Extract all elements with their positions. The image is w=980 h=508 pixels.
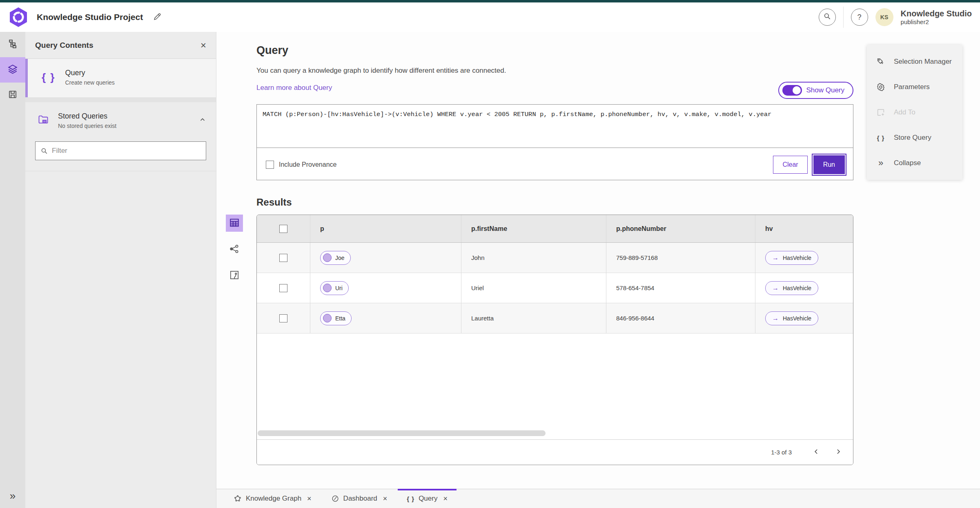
row-select-checkbox[interactable]	[279, 254, 287, 262]
entity-pill[interactable]: Uri	[320, 281, 349, 295]
entity-label: Etta	[335, 315, 345, 322]
filter-input[interactable]	[52, 147, 201, 155]
menu-item-store-query[interactable]: { } Store Query	[867, 125, 962, 150]
table-pagination: 1-3 of 3	[257, 439, 853, 465]
menu-item-label: Collapse	[894, 159, 921, 167]
menu-item-collapse[interactable]: » Collapse	[867, 150, 962, 176]
close-icon: ×	[307, 495, 312, 503]
column-header-hv[interactable]: hv	[755, 215, 853, 242]
braces-icon: { }	[42, 71, 55, 84]
stored-queries-header[interactable]: Stored Queries No stored queries exist	[25, 102, 216, 133]
menu-item-label: Parameters	[894, 83, 930, 91]
query-item-title: Query	[65, 69, 114, 77]
include-provenance-checkbox[interactable]	[266, 161, 274, 169]
menu-item-selection-manager[interactable]: Selection Manager	[867, 49, 962, 74]
braces-icon: { }	[876, 134, 886, 141]
graph-icon	[229, 244, 240, 255]
relationship-pill[interactable]: → HasVehicle	[765, 281, 818, 295]
double-chevron-right-icon: »	[876, 159, 886, 168]
avatar[interactable]: KS	[875, 8, 893, 26]
query-description: You can query a knowledge graph to ident…	[256, 67, 853, 75]
query-editor[interactable]: MATCH (p:Person)-[hv:HasVehicle]->(v:Veh…	[257, 105, 853, 148]
chevron-up-icon[interactable]	[199, 116, 206, 125]
help-icon: ?	[858, 13, 862, 22]
select-all-checkbox[interactable]	[279, 225, 287, 233]
rail-item-hierarchy[interactable]	[0, 32, 25, 57]
app-window: Knowledge Studio Project ? KS Knowledge …	[0, 0, 980, 508]
main-area: Query You can query a knowledge graph to…	[216, 32, 980, 508]
learn-more-link[interactable]: Learn more about Query	[256, 84, 332, 92]
entity-node-icon	[323, 314, 332, 322]
menu-item-label: Store Query	[894, 134, 931, 142]
tab-close-button[interactable]: ×	[307, 495, 312, 502]
entity-pill[interactable]: Joe	[320, 251, 351, 265]
query-contents-item-query[interactable]: { } Query Create new queries	[25, 59, 216, 97]
search-button[interactable]	[819, 9, 836, 26]
clear-button[interactable]: Clear	[773, 156, 807, 174]
tab-label: Query	[419, 495, 437, 503]
cell-first-name: Uriel	[471, 284, 484, 291]
column-header-phonenumber[interactable]: p.phoneNumber	[606, 215, 755, 242]
search-icon	[823, 12, 831, 22]
relationship-label: HasVehicle	[783, 315, 811, 322]
arrow-right-icon: →	[772, 284, 779, 292]
column-header-firstname[interactable]: p.firstName	[461, 215, 606, 242]
hierarchy-icon	[8, 39, 18, 50]
layers-icon	[7, 64, 18, 76]
view-table-button[interactable]	[226, 215, 243, 232]
chevron-right-icon	[834, 448, 842, 457]
close-icon: ×	[383, 495, 388, 503]
edit-title-button[interactable]	[153, 12, 162, 22]
column-header-p[interactable]: p	[310, 215, 461, 242]
entity-pill[interactable]: Etta	[320, 311, 352, 325]
stored-queries-icon	[38, 114, 49, 127]
show-query-label: Show Query	[806, 86, 844, 94]
relationship-pill[interactable]: → HasVehicle	[765, 311, 818, 325]
results-view-switcher	[226, 215, 243, 284]
cell-phone-number: 846-956-8644	[616, 315, 654, 322]
close-icon: ×	[200, 40, 206, 51]
query-page-title: Query	[256, 44, 853, 57]
view-map-button[interactable]	[226, 267, 243, 284]
cell-first-name: Lauretta	[471, 315, 494, 322]
panel-title: Query Contents	[35, 41, 94, 50]
relationship-pill[interactable]: → HasVehicle	[765, 251, 818, 265]
rail-expand-button[interactable]: »	[0, 490, 25, 502]
user-info: Knowledge Studio publisher2	[901, 9, 974, 25]
map-icon	[229, 270, 240, 282]
filter-field	[35, 141, 206, 160]
row-select-checkbox[interactable]	[279, 284, 287, 292]
pagination-prev-button[interactable]	[812, 448, 820, 457]
include-provenance-label: Include Provenance	[279, 161, 336, 168]
run-button[interactable]: Run	[813, 155, 845, 174]
table-row: Etta Lauretta 846-956-8644 → HasVehicle	[257, 303, 853, 333]
tab-label: Knowledge Graph	[246, 495, 301, 503]
rail-item-layers[interactable]	[0, 57, 25, 83]
query-item-subtitle: Create new queries	[65, 79, 114, 86]
relationship-label: HasVehicle	[783, 285, 811, 291]
pagination-next-button[interactable]	[834, 448, 842, 457]
tab-knowledge-graph[interactable]: Knowledge Graph ×	[224, 489, 321, 508]
tab-dashboard[interactable]: Dashboard ×	[321, 489, 397, 508]
menu-item-parameters[interactable]: Parameters	[867, 74, 962, 100]
chevron-left-icon	[812, 448, 820, 457]
tab-close-button[interactable]: ×	[383, 495, 388, 502]
table-icon	[229, 217, 240, 229]
network-icon	[234, 495, 242, 503]
entity-node-icon	[323, 253, 332, 262]
view-graph-button[interactable]	[226, 241, 243, 258]
app-logo[interactable]	[9, 7, 28, 27]
tab-close-button[interactable]: ×	[443, 495, 448, 502]
tab-query[interactable]: { } Query ×	[397, 489, 457, 508]
horizontal-scrollbar[interactable]	[258, 430, 546, 436]
tab-label: Dashboard	[343, 495, 377, 503]
row-select-checkbox[interactable]	[279, 314, 287, 322]
panel-close-button[interactable]: ×	[200, 40, 206, 50]
show-query-toggle[interactable]: Show Query	[778, 82, 853, 99]
menu-item-label: Add To	[894, 108, 915, 116]
cell-phone-number: 759-889-57168	[616, 254, 658, 261]
header-divider	[843, 7, 844, 28]
rail-item-save[interactable]	[0, 83, 25, 108]
help-button[interactable]: ?	[851, 9, 868, 26]
results-title: Results	[256, 197, 853, 208]
